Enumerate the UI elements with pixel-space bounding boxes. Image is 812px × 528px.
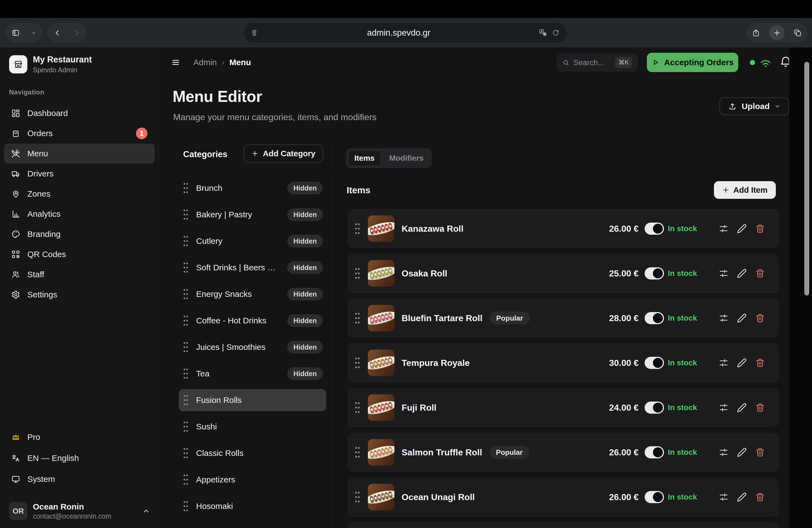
drag-handle-icon[interactable] [183,421,188,433]
menu-item-row-osaka-roll[interactable]: Osaka Roll 25.00 € In stock [348,254,779,293]
category-row-juices-smoothies[interactable]: Juices | Smoothies Hidden [179,336,326,358]
new-tab-button[interactable] [769,25,785,41]
drag-handle-icon[interactable] [354,446,360,459]
drag-handle-icon[interactable] [183,262,188,274]
drag-handle-icon[interactable] [183,368,188,380]
category-row-tea[interactable]: Tea Hidden [179,363,326,385]
sidebar-item-drivers[interactable]: Drivers [4,164,155,184]
drag-handle-icon[interactable] [183,208,188,221]
item-edit-button[interactable] [737,402,747,413]
breadcrumb-parent[interactable]: Admin [193,58,217,67]
tab-items[interactable]: Items [348,150,381,166]
address-bar[interactable]: admin.spevdo.gr [244,23,567,43]
sidebar-item-system[interactable]: System [4,469,155,489]
item-options-button[interactable] [719,402,729,413]
item-edit-button[interactable] [737,268,747,278]
item-edit-button[interactable] [737,358,747,368]
scrollbar-thumb[interactable] [804,62,809,295]
category-row-hosomaki[interactable]: Hosomaki [179,495,326,517]
sidebar-item-branding[interactable]: Branding [4,224,155,244]
stock-toggle[interactable] [644,491,664,503]
category-row-cutlery[interactable]: Cutlery Hidden [179,230,326,252]
share-icon[interactable] [752,29,760,37]
drag-handle-icon[interactable] [183,341,188,353]
menu-item-row-bluefin-tartare-roll[interactable]: Bluefin Tartare Roll Popular 28.00 € In … [348,299,779,337]
accepting-orders-button[interactable]: Accepting Orders [647,53,738,72]
item-options-button[interactable] [719,492,729,502]
sidebar-item-qr-codes[interactable]: QR Codes [4,245,155,264]
category-row-sushi[interactable]: Sushi [179,415,326,438]
stock-toggle[interactable] [644,446,664,458]
item-options-button[interactable] [719,268,729,278]
item-delete-button[interactable] [755,224,765,234]
stock-toggle[interactable] [644,312,664,324]
drag-handle-icon[interactable] [183,182,188,194]
item-delete-button[interactable] [755,358,765,368]
menu-item-row-salmon-truffle-roll[interactable]: Salmon Truffle Roll Popular 26.00 € In s… [348,433,779,472]
user-menu[interactable]: OR Ocean Ronin contact@oceanronin.com [4,498,155,524]
item-delete-button[interactable] [755,313,765,323]
drag-handle-icon[interactable] [354,222,360,235]
menu-item-row-kanazawa-roll[interactable]: Kanazawa Roll 26.00 € In stock [348,209,779,248]
item-edit-button[interactable] [737,313,747,323]
item-edit-button[interactable] [737,448,747,457]
item-options-button[interactable] [719,313,729,323]
translate-icon[interactable] [539,28,547,37]
category-row-soft-drinks-beers[interactable]: Soft Drinks | Beers … Hidden [179,256,326,279]
back-button[interactable] [54,29,61,37]
drag-handle-icon[interactable] [354,401,360,414]
stock-toggle[interactable] [644,357,664,369]
category-row-fusion-rolls[interactable]: Fusion Rolls [179,389,326,411]
hamburger-menu-icon[interactable] [171,58,180,67]
menu-item-row-partial[interactable] [348,523,779,528]
category-row-appetizers[interactable]: Appetizers [179,469,326,491]
item-options-button[interactable] [719,448,729,457]
sidebar-item-staff[interactable]: Staff [4,265,155,284]
stock-toggle[interactable] [644,401,664,414]
sidebar-item-pro[interactable]: Pro [4,427,155,447]
drag-handle-icon[interactable] [183,394,188,406]
sidebar-item-dashboard[interactable]: Dashboard [4,103,155,123]
category-row-classic-rolls[interactable]: Classic Rolls [179,442,326,464]
drag-handle-icon[interactable] [183,474,188,486]
drag-handle-icon[interactable] [183,500,188,512]
workspace-switcher[interactable]: My Restaurant Spevdo Admin [9,55,92,74]
category-row-bakery-pastry[interactable]: Bakery | Pastry Hidden [179,204,326,225]
item-delete-button[interactable] [755,402,765,413]
sidebar-item-menu[interactable]: Menu [4,144,155,163]
stock-toggle[interactable] [644,267,664,279]
reload-icon[interactable] [552,29,560,37]
drag-handle-icon[interactable] [183,235,188,247]
add-item-button[interactable]: Add Item [714,181,776,199]
item-options-button[interactable] [719,224,729,234]
add-category-button[interactable]: Add Category [244,144,323,163]
tabs-overview-icon[interactable] [794,29,802,37]
sidebar-item-orders[interactable]: Orders 1 [4,123,155,143]
stock-toggle[interactable] [644,223,664,235]
item-options-button[interactable] [719,358,729,368]
item-delete-button[interactable] [755,448,765,457]
drag-handle-icon[interactable] [354,267,360,280]
drag-handle-icon[interactable] [354,491,360,503]
sidebar-item-analytics[interactable]: Analytics [4,204,155,224]
drag-handle-icon[interactable] [354,356,360,369]
category-row-brunch[interactable]: Brunch Hidden [179,177,326,199]
upload-button[interactable]: Upload [720,98,789,115]
menu-item-row-tempura-royale[interactable]: Tempura Royale 30.00 € In stock [348,343,779,382]
item-delete-button[interactable] [755,492,765,502]
menu-item-row-fuji-roll[interactable]: Fuji Roll 24.00 € In stock [348,388,779,427]
drag-handle-icon[interactable] [183,447,188,459]
tab-modifiers[interactable]: Modifiers [383,150,430,166]
category-row-coffee-hot-drinks[interactable]: Coffee - Hot Drinks Hidden [179,310,326,332]
item-delete-button[interactable] [755,268,765,278]
sidebar-item-zones[interactable]: Zones [4,184,155,204]
drag-handle-icon[interactable] [183,314,188,327]
menu-item-row-ocean-unagi-roll[interactable]: Ocean Unagi Roll 26.00 € In stock [348,478,779,516]
reader-icon[interactable] [251,29,259,37]
sidebar-item-settings[interactable]: Settings [4,285,155,305]
drag-handle-icon[interactable] [354,312,360,324]
search-input[interactable]: Search... ⌘K [557,54,637,71]
category-row-energy-snacks[interactable]: Energy Snacks Hidden [179,283,326,305]
forward-button[interactable] [73,29,81,37]
drag-handle-icon[interactable] [183,288,188,300]
